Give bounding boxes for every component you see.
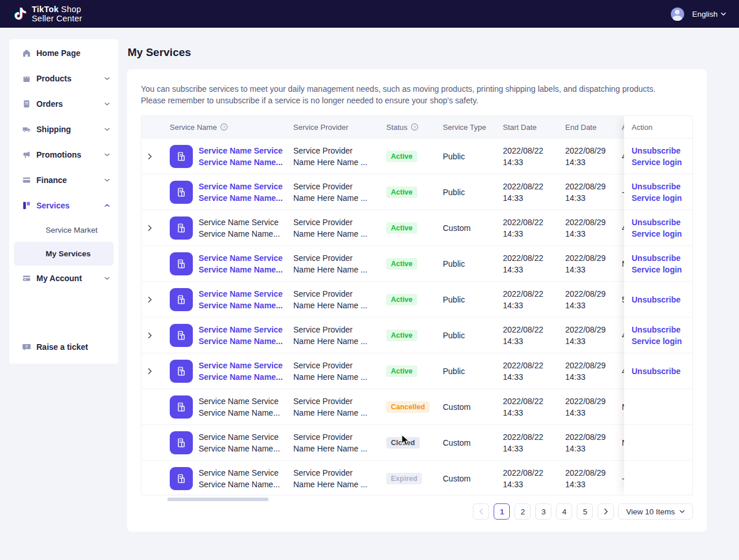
action-cell: UnsubscribeService login (624, 174, 692, 210)
service-building-icon (170, 324, 193, 347)
unsubscribe-link[interactable]: Unsubscribe (632, 216, 692, 228)
start-date-text: 2022/08/2214:33 (503, 324, 543, 347)
sidebar-item-finance[interactable]: Finance (9, 167, 118, 193)
service-provider-text: Service ProviderName Here Name ... (293, 288, 367, 311)
sidebar-item-my-account[interactable]: My Account (9, 266, 118, 291)
unsubscribe-link[interactable]: Unsubscribe (632, 181, 692, 192)
service-login-link[interactable]: Service login (632, 228, 692, 240)
action-cell: UnsubscribeService login (624, 138, 692, 174)
chevron-down-icon (721, 12, 726, 16)
sidebar-subitem-service-market[interactable]: Service Market (14, 218, 114, 242)
service-provider-text: Service ProviderName Here Name ... (293, 181, 367, 204)
sidebar-item-shipping[interactable]: Shipping (9, 117, 118, 142)
expand-row-button[interactable] (144, 151, 155, 162)
expand-row-button[interactable] (144, 330, 155, 341)
service-name-link[interactable]: Service Name ServiceService Name Name... (199, 360, 283, 383)
start-date-text: 2022/08/2214:33 (503, 395, 543, 419)
service-login-link[interactable]: Service login (632, 192, 692, 204)
expand-row-button[interactable] (144, 366, 155, 376)
horizontal-scrollbar-thumb[interactable] (167, 498, 268, 501)
user-avatar[interactable] (671, 8, 684, 21)
start-date-text: 2022/08/2214:33 (503, 252, 543, 275)
language-selector[interactable]: English (692, 10, 726, 18)
action-cell: Unsubscribe (624, 281, 692, 317)
help-icon[interactable]: ? (220, 123, 228, 131)
brand-logo[interactable]: TikTok Shop Seller Center (13, 5, 82, 23)
service-type-text: Public (443, 295, 465, 304)
help-icon[interactable]: ? (410, 123, 419, 131)
unsubscribe-link[interactable]: Unsubscribe (632, 324, 692, 335)
sidebar-subitem-my-services[interactable]: My Services (14, 242, 114, 266)
sidebar: Home PageProductsOrdersShippingPromotion… (9, 39, 118, 364)
sidebar-item-home-page[interactable]: Home Page (9, 40, 118, 66)
status-badge: Active (386, 222, 417, 234)
pagination-page-3[interactable]: 3 (535, 503, 551, 520)
service-type-text: Custom (443, 474, 471, 483)
help-bubble-icon: ? (22, 342, 31, 352)
service-name-link: Service Name ServiceService Name Name... (199, 395, 280, 419)
start-date-text: 2022/08/2214:33 (503, 288, 543, 311)
service-name-link[interactable]: Service Name ServiceService Name Name... (199, 288, 283, 311)
table-row: Service Name ServiceService Name Name...… (141, 210, 692, 245)
page-title: My Services (128, 46, 191, 59)
pagination-page-5[interactable]: 5 (577, 503, 593, 520)
service-provider-text: Service ProviderName Here Name ... (293, 467, 367, 490)
col-status: Status (386, 123, 408, 132)
svg-text:?: ? (223, 125, 225, 130)
table-header-row: Service Name ? Service Provider Status ?… (141, 116, 692, 138)
service-name-link: Service Name ServiceService Name Name... (199, 216, 280, 240)
action-cell (624, 424, 692, 460)
service-type-text: Custom (443, 223, 471, 233)
pagination-page-2[interactable]: 2 (514, 503, 531, 520)
sidebar-item-raise-a-ticket[interactable]: ?Raise a ticket (9, 335, 118, 359)
unsubscribe-link[interactable]: Unsubscribe (632, 294, 692, 305)
service-building-icon (170, 431, 193, 454)
status-badge: Closed (386, 437, 420, 449)
unsubscribe-link[interactable]: Unsubscribe (632, 365, 692, 377)
services-icon (22, 201, 31, 210)
end-date-text: 2022/08/2914:33 (565, 395, 606, 419)
service-provider-text: Service ProviderName Here Name ... (293, 145, 367, 168)
unsubscribe-link[interactable]: Unsubscribe (632, 145, 692, 156)
sidebar-item-services[interactable]: Services (9, 193, 118, 218)
pagination-page-1[interactable]: 1 (494, 503, 510, 520)
service-provider-text: Service ProviderName Here Name ... (293, 395, 367, 419)
table-row: Service Name ServiceService Name Name...… (141, 460, 692, 495)
status-badge: Active (386, 151, 417, 162)
expand-row-button[interactable] (144, 294, 155, 305)
table-row: Service Name ServiceService Name Name...… (141, 424, 692, 460)
service-name-link[interactable]: Service Name ServiceService Name Name... (199, 252, 283, 275)
service-name-link[interactable]: Service Name ServiceService Name Name... (199, 324, 283, 347)
service-provider-text: Service ProviderName Here Name ... (293, 431, 367, 454)
service-login-link[interactable]: Service login (632, 264, 692, 275)
table-row: Service Name ServiceService Name Name...… (141, 281, 692, 317)
view-items-dropdown[interactable]: View 10 Items (618, 503, 693, 520)
end-date-text: 2022/08/2914:33 (565, 216, 606, 240)
status-badge: Active (386, 330, 417, 341)
brand-text: TikTok Shop Seller Center (32, 5, 82, 23)
service-login-link[interactable]: Service login (632, 335, 692, 347)
end-date-text: 2022/08/2914:33 (565, 288, 606, 311)
pagination-page-4[interactable]: 4 (556, 503, 572, 520)
service-type-text: Public (443, 188, 465, 197)
col-service-type: Service Type (443, 123, 486, 132)
table-row: Service Name ServiceService Name Name...… (141, 138, 692, 174)
action-cell (624, 389, 692, 424)
sidebar-item-promotions[interactable]: Promotions (9, 142, 118, 167)
pagination-prev-button[interactable] (473, 503, 489, 520)
chevron-down-icon (679, 509, 685, 514)
sidebar-item-products[interactable]: Products (9, 66, 118, 91)
service-building-icon (170, 467, 193, 490)
chevron-down-icon (104, 276, 110, 281)
service-login-link[interactable]: Service login (632, 156, 692, 168)
expand-row-button[interactable] (144, 223, 155, 233)
top-bar: TikTok Shop Seller Center English (0, 0, 739, 28)
service-name-link[interactable]: Service Name ServiceService Name Name... (199, 181, 283, 204)
chevron-down-icon (104, 127, 110, 132)
pagination-next-button[interactable] (598, 503, 614, 520)
service-building-icon (170, 145, 193, 168)
start-date-text: 2022/08/2214:33 (503, 181, 543, 204)
unsubscribe-link[interactable]: Unsubscribe (632, 252, 692, 264)
sidebar-item-orders[interactable]: Orders (9, 91, 118, 117)
service-name-link[interactable]: Service Name ServiceService Name Name... (199, 145, 283, 168)
